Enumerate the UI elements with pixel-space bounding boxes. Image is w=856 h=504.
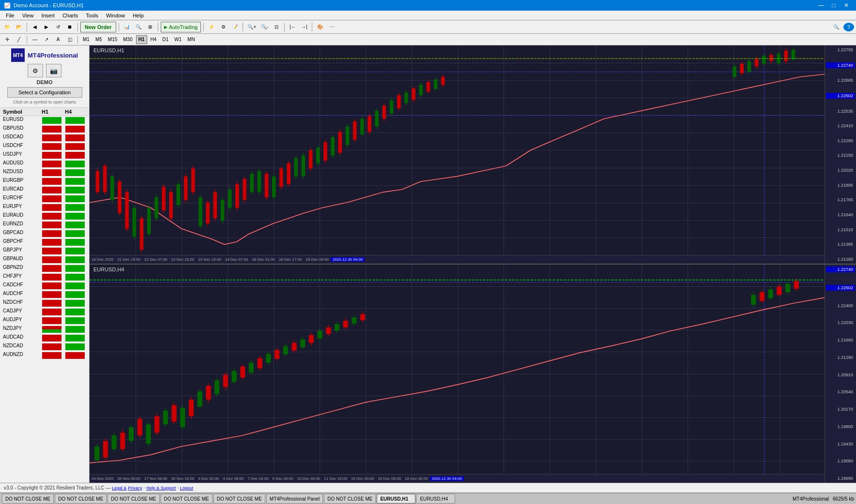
menu-window[interactable]: Window	[102, 12, 129, 19]
symbol-row[interactable]: NZDJPY	[0, 325, 89, 334]
toolbar-indicators-btn[interactable]: ⚡	[206, 22, 217, 32]
symbol-row[interactable]: EURNZD	[0, 221, 89, 229]
symbol-row[interactable]: CADJPY	[0, 308, 89, 316]
toolbar-grid-btn[interactable]: ⊞	[145, 22, 155, 32]
close-button[interactable]: ✕	[841, 1, 852, 10]
select-config-button[interactable]: Select a Configuration	[7, 87, 82, 98]
symbol-row[interactable]: NZDCHF	[0, 299, 89, 308]
privacy-link[interactable]: Privacy	[128, 486, 142, 490]
h1-signal	[42, 291, 61, 298]
symbol-row[interactable]: AUDJPY	[0, 316, 89, 325]
taskbar-item-2[interactable]: DO NOT CLOSE ME	[107, 494, 159, 504]
menu-tools[interactable]: Tools	[82, 12, 102, 19]
draw-arrow[interactable]: ↗	[41, 34, 52, 45]
toolbar-chart-btn[interactable]: 📊	[122, 22, 132, 32]
symbol-row[interactable]: GBPUSD	[0, 125, 89, 133]
tf-d1[interactable]: D1	[160, 35, 171, 44]
symbol-row[interactable]: EURGBP	[0, 177, 89, 186]
tf-h4[interactable]: H4	[148, 35, 159, 44]
tf-m30[interactable]: M30	[121, 35, 135, 44]
symbol-row[interactable]: AUDNZD	[0, 351, 89, 360]
camera-icon-btn[interactable]: 📷	[46, 64, 61, 77]
toolbar-zoomin-btn[interactable]: 🔍+	[245, 22, 258, 32]
tf-w1[interactable]: W1	[172, 35, 184, 44]
symbol-row[interactable]: EURCAD	[0, 186, 89, 194]
menu-view[interactable]: View	[18, 12, 38, 19]
symbol-row[interactable]: AUDCHF	[0, 290, 89, 299]
toolbar-stop-btn[interactable]: ⏹	[64, 22, 75, 32]
symbol-row[interactable]: USDJPY	[0, 151, 89, 160]
taskbar-item-panel[interactable]: MT4Professional Panel	[266, 494, 323, 504]
draw-crosshair[interactable]: ✛	[2, 34, 13, 45]
tf-m15[interactable]: M15	[106, 35, 120, 44]
toolbar-open-btn[interactable]: 📂	[14, 22, 24, 32]
tf-mn[interactable]: MN	[185, 35, 198, 44]
taskbar-item-6[interactable]: DO NOT CLOSE ME	[324, 494, 376, 504]
symbol-row[interactable]: AUDUSD	[0, 160, 89, 168]
symbol-row[interactable]: GBPNZD	[0, 264, 89, 273]
maximize-button[interactable]: □	[828, 1, 840, 10]
toolbar-fwd-btn[interactable]: ▶	[41, 22, 52, 32]
symbol-row[interactable]: EURAUD	[0, 212, 89, 221]
minimize-button[interactable]: —	[815, 1, 827, 10]
symbol-row[interactable]: GBPCHF	[0, 238, 89, 247]
draw-text[interactable]: A	[53, 34, 63, 45]
symbol-row[interactable]: CADCHF	[0, 282, 89, 290]
taskbar-item-0[interactable]: DO NOT CLOSE ME	[2, 494, 54, 504]
draw-hline[interactable]: —	[30, 34, 40, 45]
symbol-row[interactable]: EURJPY	[0, 203, 89, 212]
chart-h4-canvas[interactable]	[90, 265, 825, 474]
toolbar-zoom-btn[interactable]: 🔍	[133, 22, 144, 32]
symbol-row[interactable]: NZDUSD	[0, 168, 89, 177]
draw-line[interactable]: ╱	[14, 34, 24, 45]
toolbar-color-btn[interactable]: 🎨	[315, 22, 325, 32]
taskbar-item-3[interactable]: DO NOT CLOSE ME	[161, 494, 213, 504]
toolbar-scripts-btn[interactable]: 📝	[229, 22, 240, 32]
toolbar-fit-btn[interactable]: ⊡	[271, 22, 282, 32]
settings-icon-btn[interactable]: ⚙	[28, 64, 43, 77]
toolbar-period-sep-btn[interactable]: |←	[287, 22, 298, 32]
symbol-name: AUDCHF	[3, 291, 42, 298]
symbol-row[interactable]: GBPJPY	[0, 247, 89, 255]
tf-m1[interactable]: M1	[80, 35, 92, 44]
chart-h1[interactable]: EURUSD,H1	[90, 45, 856, 265]
toolbar-back-btn[interactable]: ◀	[30, 22, 40, 32]
taskbar-item-h4[interactable]: EURUSD,H4	[416, 494, 455, 504]
toolbar-period-btn2[interactable]: →|	[299, 22, 309, 32]
toolbar-misc-btn[interactable]: ⋯	[326, 22, 337, 32]
symbol-row[interactable]: USDCHF	[0, 142, 89, 151]
new-order-button[interactable]: New Order	[80, 22, 116, 32]
symbol-row[interactable]: GBPAUD	[0, 255, 89, 264]
taskbar-item-4[interactable]: DO NOT CLOSE ME	[214, 494, 265, 504]
tf-m5[interactable]: M5	[93, 35, 105, 44]
draw-shapes[interactable]: ◫	[64, 34, 75, 45]
symbol-row[interactable]: EURCHF	[0, 194, 89, 203]
symbol-row[interactable]: NZDCAD	[0, 342, 89, 351]
symbol-row[interactable]: EURUSD	[0, 116, 89, 125]
symbol-table-header: Symbol H1 H4	[0, 108, 89, 116]
toolbar-refresh-btn[interactable]: ↺	[53, 22, 63, 32]
taskbar-item-1[interactable]: DO NOT CLOSE ME	[55, 494, 107, 504]
menu-file[interactable]: File	[2, 12, 18, 19]
toolbar-help-btn[interactable]: ?	[843, 23, 854, 31]
toolbar-zoomout-btn[interactable]: 🔍-	[259, 22, 270, 32]
symbol-row[interactable]: AUDCAD	[0, 334, 89, 342]
h4-signal	[65, 343, 85, 350]
toolbar-expert-btn[interactable]: ⚙	[218, 22, 229, 32]
menu-charts[interactable]: Charts	[59, 12, 82, 19]
menu-insert[interactable]: Insert	[37, 12, 59, 19]
logout-link[interactable]: Logout	[180, 486, 194, 490]
symbol-row[interactable]: CHFJPY	[0, 273, 89, 282]
toolbar-search-btn[interactable]: 🔍	[831, 22, 841, 32]
menu-help[interactable]: Help	[129, 12, 148, 19]
toolbar-new-btn[interactable]: 📁	[2, 22, 13, 32]
chart-h1-canvas[interactable]	[90, 45, 825, 255]
help-link[interactable]: Help & Support	[146, 486, 176, 490]
chart-h4[interactable]: EURUSD,H4	[90, 265, 856, 483]
symbol-row[interactable]: USDCAD	[0, 133, 89, 142]
legal-link[interactable]: Legal &	[112, 486, 127, 490]
taskbar-item-h1[interactable]: EURUSD,H1	[377, 494, 415, 504]
tf-h1[interactable]: H1	[136, 35, 147, 44]
autotrading-button[interactable]: AutoTrading	[161, 22, 201, 32]
symbol-row[interactable]: GBPCAD	[0, 229, 89, 238]
